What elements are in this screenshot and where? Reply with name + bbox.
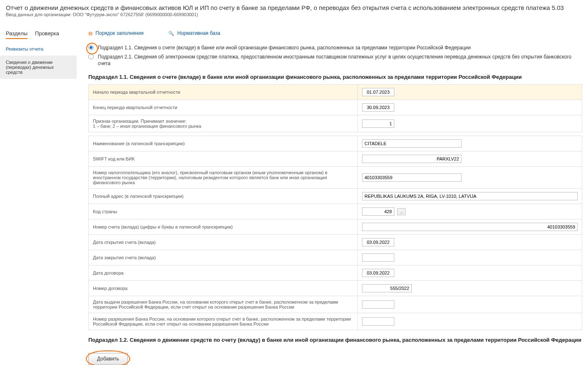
label-country: Код страны: [89, 204, 358, 219]
page-subtitle: Ввод данных для организации: ООО "Футуру…: [6, 12, 582, 17]
input-open-date[interactable]: [362, 238, 394, 246]
label-contract-no: Номер договора: [89, 280, 358, 296]
label-permit-no: Номер разрешения Банка России, на основа…: [89, 313, 358, 330]
input-name-latin[interactable]: [362, 139, 462, 148]
sidebar-item-requisites[interactable]: Реквизиты отчета: [0, 42, 77, 56]
label-name-latin: Наименование (в латинской транскрипции): [89, 136, 358, 151]
input-close-date[interactable]: [362, 253, 394, 262]
label-period-start: Начало периода квартальной отчетности: [89, 84, 358, 100]
label-permit-date: Дата выдачи разрешения Банка России, на …: [89, 296, 358, 313]
label-contract-date: Дата договора: [89, 265, 358, 280]
form-table-1-1: Начало периода квартальной отчетности Ко…: [88, 84, 582, 330]
link-norm-base-label: Нормативная база: [177, 30, 221, 36]
label-org-sign: Признак организации. Принимает значение:…: [89, 115, 358, 132]
lookup-country-button[interactable]: ...: [397, 208, 406, 215]
label-acct-no: Номер счета (вклада) (цифры и буквы в ла…: [89, 219, 358, 234]
add-button[interactable]: Добавить: [88, 353, 128, 365]
label-swift: SWIFT код или БИК: [89, 151, 358, 166]
page-title: Отчет о движении денежных средств и фина…: [6, 4, 582, 11]
tab-sections[interactable]: Разделы: [6, 30, 27, 39]
radio-1-input[interactable]: [88, 45, 94, 50]
radio-option-1[interactable]: Подраздел 1.1. Сведения о счете (вкладе)…: [88, 44, 582, 51]
search-icon: 🔍: [168, 31, 174, 36]
label-open-date: Дата открытия счета (вклада): [89, 234, 358, 250]
document-icon: ▤: [88, 31, 92, 36]
sidebar: Разделы Проверка Реквизиты отчета Сведен…: [0, 22, 77, 365]
tab-check[interactable]: Проверка: [35, 30, 59, 39]
content-area: ▤ Порядок заполнения 🔍 Нормативная база …: [77, 22, 588, 365]
input-contract-no[interactable]: [362, 284, 412, 292]
input-swift[interactable]: [362, 155, 462, 163]
input-country[interactable]: [362, 207, 394, 216]
radio-2-label: Подраздел 2.1. Сведения об электронном с…: [98, 54, 582, 67]
radio-1-label: Подраздел 1.1. Сведения о счете (вкладе)…: [98, 44, 471, 51]
radio-2-input[interactable]: [88, 54, 94, 59]
label-period-end: Конец периода квартальной отчетности: [89, 100, 358, 115]
section-1-1-title: Подраздел 1.1. Сведения о счете (вкладе)…: [88, 74, 582, 80]
link-norm-base[interactable]: 🔍 Нормативная база: [168, 30, 220, 36]
input-permit-date[interactable]: [362, 300, 394, 309]
input-period-end[interactable]: [362, 103, 394, 112]
link-fill-order-label: Порядок заполнения: [95, 30, 143, 36]
add-button-highlight: Добавить: [88, 353, 128, 365]
input-contract-date[interactable]: [362, 269, 394, 277]
label-address: Полный адрес (в латинской транскрипции): [89, 188, 358, 204]
input-acct-no[interactable]: [362, 223, 578, 231]
radio-option-2[interactable]: Подраздел 2.1. Сведения об электронном с…: [88, 54, 582, 67]
label-close-date: Дата закрытия счета (вклада): [89, 250, 358, 265]
input-permit-no[interactable]: [362, 317, 394, 326]
link-fill-order[interactable]: ▤ Порядок заполнения: [88, 30, 143, 36]
input-period-start[interactable]: [362, 88, 394, 96]
label-tax-no: Номер налогоплательщика (его аналог), пр…: [89, 166, 358, 188]
input-tax-no[interactable]: [362, 173, 462, 182]
page-header: Отчет о движении денежных средств и фина…: [0, 0, 588, 19]
section-1-2-title: Подраздел 1.2. Сведения о движении средс…: [88, 337, 582, 343]
input-address[interactable]: [362, 192, 578, 200]
input-org-sign[interactable]: [362, 119, 394, 128]
sidebar-item-movement[interactable]: Сведения о движении (переводах) денежных…: [0, 56, 77, 79]
